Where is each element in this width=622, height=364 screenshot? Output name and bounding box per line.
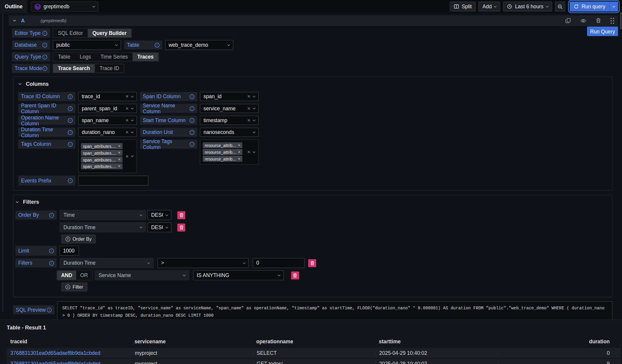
remove-chip-icon[interactable]: [238, 150, 241, 154]
info-icon[interactable]: [155, 43, 159, 47]
remove-filter-button[interactable]: [291, 271, 299, 279]
info-icon[interactable]: [190, 118, 194, 123]
option-query-builder[interactable]: Query Builder: [88, 29, 131, 37]
outline-toggle[interactable]: Outline: [0, 0, 27, 13]
order-by-field-select[interactable]: Duration Time: [59, 222, 146, 232]
datasource-picker[interactable]: greptimedb: [31, 1, 98, 12]
column-header-traceid[interactable]: traceid: [7, 339, 131, 344]
events-prefix-input[interactable]: [78, 176, 148, 186]
info-icon[interactable]: [190, 106, 194, 111]
info-icon[interactable]: [42, 66, 47, 71]
filter-field-select[interactable]: Duration Time: [59, 258, 154, 268]
clear-icon[interactable]: [247, 118, 250, 123]
remove-chip-icon[interactable]: [238, 157, 241, 161]
chevron-down-icon[interactable]: [253, 130, 255, 133]
drag-handle-icon[interactable]: [610, 18, 614, 24]
service-tags-column-multiselect[interactable]: resource_attrib... resource_attrib... re…: [200, 140, 259, 164]
filter-operator-select[interactable]: IS ANYTHING: [193, 270, 283, 280]
split-button[interactable]: Split: [450, 1, 476, 12]
chevron-down-icon[interactable]: [131, 106, 133, 109]
chevron-down-icon[interactable]: [183, 273, 186, 276]
add-button[interactable]: Add: [478, 1, 500, 12]
option-or[interactable]: OR: [76, 271, 92, 280]
trace-id-link[interactable]: 3768831301ea0d65adaef8b9da1cbded: [10, 350, 100, 356]
chevron-down-icon[interactable]: [165, 213, 168, 216]
run-query-options-button[interactable]: [609, 1, 618, 12]
trace-id-link[interactable]: 3768831301ea0d65adaef8b9da1cbded: [10, 361, 100, 364]
filter-field-select[interactable]: Service Name: [95, 270, 189, 280]
info-icon[interactable]: [42, 31, 47, 35]
order-by-field-select[interactable]: Time: [59, 210, 146, 220]
remove-order-by-button[interactable]: [177, 223, 185, 231]
clear-icon[interactable]: [125, 130, 128, 135]
info-icon[interactable]: [68, 118, 72, 123]
remove-filter-button[interactable]: [308, 259, 316, 267]
disable-query-eye-icon[interactable]: [580, 18, 586, 24]
duplicate-query-icon[interactable]: [565, 18, 571, 23]
remove-chip-icon[interactable]: [118, 144, 121, 148]
run-query-button[interactable]: Run query: [570, 1, 609, 12]
remove-chip-icon[interactable]: [118, 151, 121, 155]
info-icon[interactable]: [190, 130, 194, 135]
chevron-down-icon[interactable]: [131, 118, 133, 121]
table-select[interactable]: web_trace_demo: [165, 40, 233, 50]
info-icon[interactable]: [68, 106, 72, 111]
start-time-column-select[interactable]: timestamp: [200, 116, 259, 125]
option-sql-editor[interactable]: SQL Editor: [53, 29, 88, 37]
info-icon[interactable]: [47, 308, 51, 312]
chevron-down-icon[interactable]: [147, 261, 150, 264]
chevron-down-icon[interactable]: [253, 150, 255, 153]
clear-icon[interactable]: [125, 118, 128, 123]
info-icon[interactable]: [190, 94, 194, 99]
chevron-down-icon[interactable]: [278, 273, 280, 276]
columns-section-header[interactable]: Columns: [19, 81, 606, 87]
tags-column-multiselect[interactable]: span_attributes.... span_attributes.... …: [78, 140, 137, 173]
remove-chip-icon[interactable]: [118, 164, 121, 169]
option-time-series[interactable]: Time Series: [96, 53, 133, 61]
delete-query-icon[interactable]: [596, 18, 601, 23]
column-header-servicename[interactable]: servicename: [131, 339, 253, 344]
info-icon[interactable]: [42, 54, 47, 59]
info-icon[interactable]: [49, 261, 54, 265]
chevron-down-icon[interactable]: [253, 106, 255, 109]
add-filter-button[interactable]: Filter: [62, 283, 87, 291]
chevron-down-icon[interactable]: [253, 95, 255, 97]
column-header-duration[interactable]: duration: [498, 339, 621, 344]
clear-all-icon[interactable]: [247, 149, 250, 154]
chevron-down-icon[interactable]: [115, 43, 118, 46]
option-traces[interactable]: Traces: [133, 53, 158, 61]
span-id-column-select[interactable]: span_id: [200, 92, 259, 101]
info-icon[interactable]: [49, 213, 54, 217]
remove-order-by-button[interactable]: [177, 211, 185, 219]
option-and[interactable]: AND: [57, 271, 76, 280]
limit-input[interactable]: [59, 246, 79, 256]
scrollbar-thumb[interactable]: [620, 12, 621, 29]
chevron-down-icon[interactable]: [131, 154, 133, 157]
chevron-down-icon[interactable]: [165, 225, 168, 228]
column-header-starttime[interactable]: starttime: [375, 339, 498, 344]
parent-span-id-column-select[interactable]: parent_span_id: [78, 104, 137, 113]
clear-all-icon[interactable]: [125, 153, 128, 158]
trace-id-column-select[interactable]: trace_id: [78, 92, 137, 101]
order-by-direction-select[interactable]: DESC: [148, 222, 171, 232]
info-icon[interactable]: [68, 142, 72, 146]
chevron-down-icon[interactable]: [253, 118, 255, 121]
clear-icon[interactable]: [125, 106, 128, 111]
database-select[interactable]: public: [53, 40, 121, 50]
info-icon[interactable]: [68, 94, 72, 99]
add-order-by-button[interactable]: Order By: [62, 235, 96, 243]
order-by-direction-select[interactable]: DESC: [148, 210, 171, 220]
info-icon[interactable]: [68, 178, 72, 183]
collapse-row-icon[interactable]: [13, 19, 16, 21]
clear-icon[interactable]: [247, 106, 250, 111]
info-icon[interactable]: [190, 142, 194, 146]
service-name-column-select[interactable]: service_name: [200, 104, 259, 113]
chevron-down-icon[interactable]: [131, 130, 133, 133]
remove-chip-icon[interactable]: [118, 157, 121, 162]
column-header-operationname[interactable]: operationname: [253, 339, 375, 344]
option-trace-id[interactable]: Trace ID: [95, 64, 124, 72]
option-table[interactable]: Table: [53, 53, 75, 61]
option-trace-search[interactable]: Trace Search: [53, 64, 95, 72]
clear-icon[interactable]: [247, 94, 250, 99]
chevron-down-icon[interactable]: [131, 95, 133, 97]
